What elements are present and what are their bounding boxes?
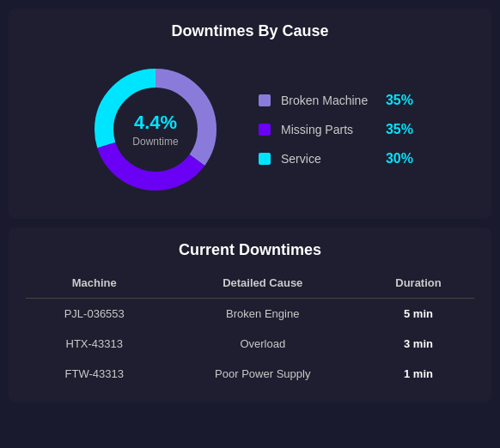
cell-cause-0: Broken Engine [163, 299, 363, 330]
cell-cause-1: Overload [163, 329, 363, 359]
legend-pct-2: 30% [382, 151, 413, 166]
legend-name-1: Missing Parts [281, 123, 372, 136]
legend-name-0: Broken Machine [281, 94, 372, 107]
table-row: HTX-43313Overload3 min [26, 329, 474, 359]
table-panel: Current Downtimes Machine Detailed Cause… [9, 227, 491, 403]
cell-machine-2: FTW-43313 [26, 359, 163, 389]
legend-pct-0: 35% [382, 93, 413, 108]
legend-item-1: Missing Parts 35% [259, 122, 413, 137]
cell-duration-1: 3 min [363, 329, 474, 359]
legend-dot-1 [259, 124, 271, 136]
donut-panel: Downtimes By Cause 4.4% Downtime [9, 9, 491, 219]
table-panel-title: Current Downtimes [26, 241, 474, 259]
donut-section: 4.4% Downtime Broken Machine 35% Missing… [26, 54, 474, 205]
col-header-duration: Duration [363, 271, 474, 299]
cell-duration-2: 1 min [363, 359, 474, 389]
legend-pct-1: 35% [382, 122, 413, 137]
donut-center: 4.4% Downtime [132, 112, 178, 148]
col-header-machine: Machine [26, 271, 163, 299]
cell-cause-2: Poor Power Supply [163, 359, 363, 389]
downtimes-table: Machine Detailed Cause Duration PJL-0365… [26, 271, 474, 389]
col-header-cause: Detailed Cause [163, 271, 363, 299]
cell-duration-0: 5 min [363, 299, 474, 330]
donut-legend: Broken Machine 35% Missing Parts 35% Ser… [259, 93, 413, 166]
donut-percent-value: 4.4% [132, 112, 178, 134]
legend-item-2: Service 30% [259, 151, 413, 166]
legend-dot-0 [259, 94, 271, 106]
table-row: FTW-43313Poor Power Supply1 min [26, 359, 474, 389]
donut-chart: 4.4% Downtime [87, 61, 224, 198]
table-row: PJL-036553Broken Engine5 min [26, 299, 474, 330]
table-header-row: Machine Detailed Cause Duration [26, 271, 474, 299]
legend-dot-2 [259, 153, 271, 165]
cell-machine-1: HTX-43313 [26, 329, 163, 359]
cell-machine-0: PJL-036553 [26, 299, 163, 330]
donut-center-label: Downtime [132, 136, 178, 148]
legend-item-0: Broken Machine 35% [259, 93, 413, 108]
donut-panel-title: Downtimes By Cause [26, 22, 474, 40]
legend-name-2: Service [281, 152, 372, 166]
